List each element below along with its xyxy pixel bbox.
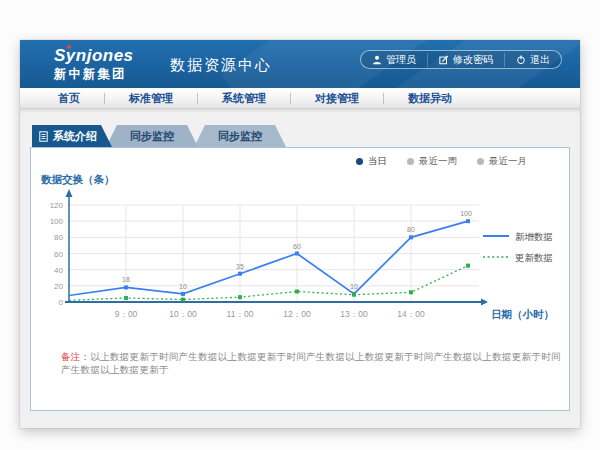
data-point-label: 10 bbox=[350, 283, 358, 290]
user-label: 管理员 bbox=[386, 53, 416, 67]
document-icon bbox=[39, 131, 48, 142]
data-point bbox=[409, 290, 413, 294]
app-header: Synjones 新中新集团 数据资源中心 管理员 bbox=[20, 40, 580, 88]
y-tick-label: 40 bbox=[54, 266, 63, 275]
data-point-label: 100 bbox=[460, 210, 472, 217]
line-chart: 0204060801001209：0010：0011：0012：0013：001… bbox=[31, 170, 571, 330]
tab-bar: 系统介绍 同步监控 同步监控 bbox=[32, 125, 286, 147]
tab-sync-monitor-2[interactable]: 同步监控 bbox=[194, 125, 286, 147]
user-icon bbox=[372, 55, 382, 65]
y-axis-title: 数据交换（条） bbox=[40, 173, 115, 186]
data-point-label: 80 bbox=[407, 226, 415, 233]
company-logo: Synjones 新中新集团 bbox=[54, 46, 134, 83]
y-tick-label: 20 bbox=[54, 282, 63, 291]
logo-wordmark: Synjones bbox=[54, 46, 134, 66]
x-tick-label: 9：00 bbox=[115, 309, 138, 319]
data-point-label: 18 bbox=[122, 276, 130, 283]
data-point bbox=[295, 252, 299, 256]
y-tick-label: 60 bbox=[54, 250, 63, 259]
tab-label: 同步监控 bbox=[130, 129, 174, 144]
radio-icon bbox=[407, 158, 414, 165]
data-point bbox=[238, 272, 242, 276]
y-tick-label: 80 bbox=[54, 233, 63, 242]
data-point-label: 60 bbox=[293, 243, 301, 250]
logo-company-name: 新中新集团 bbox=[54, 66, 134, 83]
legend-label: 更新数据 bbox=[515, 252, 553, 263]
edit-icon bbox=[439, 55, 449, 65]
tab-sync-monitor-1[interactable]: 同步监控 bbox=[106, 125, 198, 147]
change-password-label: 修改密码 bbox=[453, 53, 493, 67]
radio-icon bbox=[356, 158, 363, 165]
page: Synjones 新中新集团 数据资源中心 管理员 bbox=[0, 0, 600, 450]
filter-last-week[interactable]: 最近一周 bbox=[407, 155, 457, 168]
page-title: 数据资源中心 bbox=[170, 56, 272, 75]
tab-label: 系统介绍 bbox=[53, 129, 97, 144]
x-tick-label: 14：00 bbox=[397, 309, 425, 319]
data-point bbox=[124, 285, 128, 289]
radio-icon bbox=[477, 158, 484, 165]
nav-item-system-mgmt[interactable]: 系统管理 bbox=[198, 91, 290, 106]
x-axis-title: 日期（小时） bbox=[491, 308, 554, 321]
footnote-text: 以上数据更新于时间产生数据以上数据更新于时间产生数据以上数据更新于时间产生数据以… bbox=[61, 351, 561, 375]
data-point bbox=[352, 293, 356, 297]
data-point bbox=[181, 298, 185, 302]
filter-label: 最近一周 bbox=[419, 155, 457, 168]
data-point bbox=[124, 296, 128, 300]
tab-label: 同步监控 bbox=[218, 129, 262, 144]
nav-item-interface-mgmt[interactable]: 对接管理 bbox=[291, 91, 383, 106]
chart-panel: 当日 最近一周 最近一月 0204060801001209：0010：0011：… bbox=[30, 147, 570, 411]
nav-item-home[interactable]: 首页 bbox=[34, 91, 104, 106]
logo-red-dot bbox=[67, 45, 71, 49]
footnote: 备注：以上数据更新于时间产生数据以上数据更新于时间产生数据以上数据更新于时间产生… bbox=[61, 351, 569, 377]
footnote-label: 备注： bbox=[61, 351, 90, 362]
line-chart-svg: 0204060801001209：0010：0011：0012：0013：001… bbox=[31, 170, 571, 330]
y-tick-label: 0 bbox=[59, 298, 64, 307]
x-tick-label: 10：00 bbox=[169, 309, 197, 319]
filter-label: 最近一月 bbox=[489, 155, 527, 168]
data-point bbox=[238, 295, 242, 299]
nav-item-data-change[interactable]: 数据异动 bbox=[384, 91, 476, 106]
filter-label: 当日 bbox=[368, 155, 387, 168]
data-point bbox=[409, 235, 413, 239]
nav-item-standard-mgmt[interactable]: 标准管理 bbox=[105, 91, 197, 106]
x-tick-label: 12：00 bbox=[283, 309, 311, 319]
range-filter-group: 当日 最近一周 最近一月 bbox=[356, 155, 527, 168]
filter-last-month[interactable]: 最近一月 bbox=[477, 155, 527, 168]
data-point-label: 10 bbox=[179, 283, 187, 290]
current-user-button[interactable]: 管理员 bbox=[361, 53, 427, 67]
user-toolbar: 管理员 修改密码 退出 bbox=[360, 50, 562, 69]
power-icon bbox=[516, 55, 526, 65]
x-tick-label: 11：00 bbox=[227, 309, 254, 319]
x-axis-arrow bbox=[481, 299, 488, 306]
app-window: Synjones 新中新集团 数据资源中心 管理员 bbox=[20, 40, 580, 428]
data-point bbox=[295, 289, 299, 293]
y-tick-label: 100 bbox=[50, 217, 64, 226]
main-nav: 首页 标准管理 系统管理 对接管理 数据异动 bbox=[20, 88, 580, 109]
y-tick-label: 120 bbox=[50, 201, 64, 210]
logout-label: 退出 bbox=[530, 53, 550, 67]
x-tick-label: 13：00 bbox=[340, 309, 368, 319]
data-point bbox=[466, 219, 470, 223]
tab-system-intro[interactable]: 系统介绍 bbox=[32, 125, 112, 147]
filter-today[interactable]: 当日 bbox=[356, 155, 387, 168]
data-point bbox=[466, 264, 470, 268]
y-axis-arrow bbox=[66, 189, 73, 197]
data-point bbox=[181, 292, 185, 296]
content-area: 系统介绍 同步监控 同步监控 当日 最近一周 bbox=[20, 109, 580, 427]
legend-label: 新增数据 bbox=[515, 231, 553, 242]
data-point-label: 35 bbox=[236, 263, 244, 270]
change-password-button[interactable]: 修改密码 bbox=[427, 53, 504, 67]
logout-button[interactable]: 退出 bbox=[504, 53, 561, 67]
